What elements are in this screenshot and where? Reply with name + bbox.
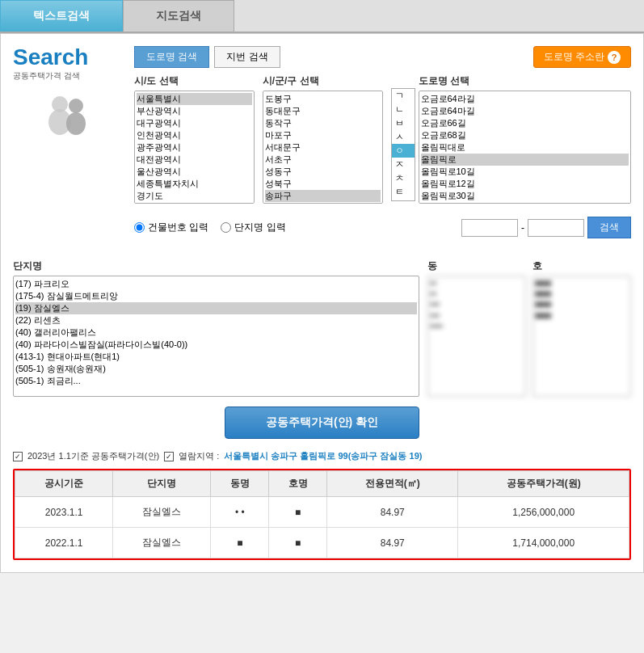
th-dong: 동명	[211, 471, 269, 497]
dong-group: 동 •• •• ••• ••• ••••	[427, 259, 526, 397]
sigungu-select[interactable]: 도봉구 동대문구 동작구 마포구 서대문구 서초구 성동구 성북구 송파구 양천…	[263, 91, 383, 204]
road-select-group: 도로명 선택 오금로64라길 오금로64마길 오금로66길 오금로68길 올림픽…	[419, 74, 632, 204]
table-header-row: 공시기준 단지명 동명 호명 전용면적(㎡) 공동주택가격(원)	[15, 471, 629, 497]
check-icon-2: ✓	[164, 452, 174, 461]
ho-select[interactable]: ■■■ ■■■ ■■■ ■■■	[532, 276, 631, 397]
results-table-wrapper: 공시기준 단지명 동명 호명 전용면적(㎡) 공동주택가격(원) 2023.1.…	[13, 469, 631, 560]
results-table: 공시기준 단지명 동명 호명 전용면적(㎡) 공동주택가격(원) 2023.1.…	[15, 470, 629, 558]
th-price: 공동주택가격(원)	[458, 471, 629, 497]
cell-gongsi-1: 2023.1.1	[15, 497, 113, 528]
building-radio-label: 건물번호 입력	[148, 221, 208, 234]
cell-danji-1: 잠실엘스	[113, 497, 211, 528]
ho-group: 호 ■■■ ■■■ ■■■ ■■■	[532, 259, 631, 397]
alpha-item-g[interactable]: ㄱ	[392, 89, 415, 103]
brand-title: Search	[13, 46, 110, 69]
dong-select[interactable]: •• •• ••• ••• ••••	[427, 276, 526, 397]
building-inputs: - 검색	[461, 217, 631, 238]
th-area: 전용면적(㎡)	[327, 471, 458, 497]
building-radio-group: 건물번호 입력	[134, 221, 208, 234]
complex-row: 단지명 (17) 파크리오 (175-4) 잠실월드메트리앙 (19) 잠실엘스…	[13, 259, 631, 397]
tab-map-search[interactable]: 지도검색	[123, 0, 234, 32]
cell-dong-1: • •	[211, 497, 269, 528]
brand-subtitle: 공동주택가격 검색	[13, 70, 110, 82]
sigungu-group: 시/군/구 선택 도봉구 동대문구 동작구 마포구 서대문구 서초구 성동구 성…	[263, 74, 383, 204]
alpha-item-p[interactable]: ㅍ	[392, 199, 415, 201]
svg-point-3	[66, 112, 86, 135]
building-row: 건물번호 입력 단지명 입력 - 검색	[134, 212, 631, 243]
info-area: 서울특별시 송파구 홀림픽로 99(송파구 잠실동 19)	[224, 450, 422, 462]
road-alpha-group: ㄱ ㄴ ㅂ ㅅ ㅇ ㅈ ㅊ ㅌ ㅍ ㅎ	[391, 74, 415, 204]
jibun-search-btn[interactable]: 지번 검색	[214, 46, 280, 68]
cell-ho-2: ■	[269, 528, 327, 558]
complex-label: 단지명	[13, 259, 419, 273]
complex-list-group: 단지명 (17) 파크리오 (175-4) 잠실월드메트리앙 (19) 잠실엘스…	[13, 259, 419, 397]
ho-label: 호	[532, 259, 631, 273]
building-num1-input[interactable]	[461, 219, 518, 237]
road-select[interactable]: 오금로64라길 오금로64마길 오금로66길 오금로68길 올림픽대로 올림픽로…	[419, 91, 632, 204]
svg-point-2	[69, 99, 83, 113]
th-ho: 호명	[269, 471, 327, 497]
confirm-btn-row: 공동주택가격(안) 확인	[13, 407, 631, 439]
dong-ho-group: 동 •• •• ••• ••• •••• 호 ■■■ ■■■ ■■■ ■■■	[427, 259, 631, 397]
confirm-button[interactable]: 공동주택가격(안) 확인	[225, 407, 419, 439]
sido-label: 시/도 선택	[134, 74, 255, 88]
alpha-item-ch[interactable]: ㅊ	[392, 171, 415, 185]
info-row: ✓ 2023년 1.1기준 공동주택가격(안) ✓ 열람지역 : 서울특별시 송…	[13, 450, 631, 462]
complex-select[interactable]: (17) 파크리오 (175-4) 잠실월드메트리앙 (19) 잠실엘스 (22…	[13, 276, 419, 397]
alpha-item-n[interactable]: ㄴ	[392, 103, 415, 116]
table-row: 2023.1.1 잠실엘스 • • ■ 84.97 1,256,000,000	[15, 497, 629, 528]
info-area-label: 열람지역 :	[179, 450, 219, 462]
road-combined-group: ㄱ ㄴ ㅂ ㅅ ㅇ ㅈ ㅊ ㅌ ㅍ ㅎ 도로명 선택	[391, 74, 632, 204]
sido-group: 시/도 선택 서울특별시 부산광역시 대구광역시 인천광역시 광주광역시 대전광…	[134, 74, 255, 204]
cell-dong-2: ■	[211, 528, 269, 558]
road-alpha-list: ㄱ ㄴ ㅂ ㅅ ㅇ ㅈ ㅊ ㅌ ㅍ ㅎ	[391, 88, 415, 201]
cell-gongsi-2: 2022.1.1	[15, 528, 113, 558]
sido-select[interactable]: 서울특별시 부산광역시 대구광역시 인천광역시 광주광역시 대전광역시 울산광역…	[134, 91, 255, 204]
table-row: 2022.1.1 잠실엘스 ■ ■ 84.97 1,714,000,000	[15, 528, 629, 558]
cell-danji-2: 잠실엘스	[113, 528, 211, 558]
cell-area-2: 84.97	[327, 528, 458, 558]
cell-price-1: 1,256,000,000	[458, 497, 629, 528]
brand: Search 공동주택가격 검색	[13, 46, 110, 82]
danji-radio[interactable]	[221, 222, 231, 233]
building-radio[interactable]	[134, 222, 145, 233]
info-year: 2023년 1.1기준 공동주택가격(안)	[27, 450, 159, 462]
sigungu-label: 시/군/구 선택	[263, 74, 383, 88]
cell-price-2: 1,714,000,000	[458, 528, 629, 558]
dong-label: 동	[427, 259, 526, 273]
tab-text-search[interactable]: 텍스트검색	[0, 0, 123, 32]
selects-row: 시/도 선택 서울특별시 부산광역시 대구광역시 인천광역시 광주광역시 대전광…	[134, 74, 631, 204]
cell-ho-1: ■	[269, 497, 327, 528]
person-icon	[40, 90, 100, 150]
doromyung-search-btn[interactable]: 도로명 검색	[134, 46, 209, 68]
th-danji: 단지명	[113, 471, 211, 497]
danji-radio-group: 단지명 입력	[221, 221, 285, 234]
question-icon: ?	[608, 51, 621, 64]
check-icon-1: ✓	[13, 452, 23, 461]
controls-area: 도로명 검색 지번 검색 도로명 주소란 ? 시/도 선택 서울특별시 부산광역…	[134, 46, 631, 253]
alpha-item-s[interactable]: ㅅ	[392, 130, 415, 144]
building-num2-input[interactable]	[528, 219, 584, 237]
cell-area-1: 84.97	[327, 497, 458, 528]
search-button[interactable]: 검색	[587, 217, 631, 238]
main-content: Search 공동주택가격 검색 도로명 검색 지번 검색	[0, 33, 644, 573]
alpha-item-t[interactable]: ㅌ	[392, 185, 415, 199]
alpha-item-b[interactable]: ㅂ	[392, 116, 415, 130]
road-alpha-label	[391, 74, 415, 86]
danji-radio-label: 단지명 입력	[234, 221, 285, 234]
brand-panel: Search 공동주택가격 검색	[13, 46, 126, 150]
road-label: 도로명 선택	[419, 74, 632, 88]
doromyung-info-btn[interactable]: 도로명 주소란 ?	[533, 46, 631, 68]
th-gongsi: 공시기준	[15, 471, 113, 497]
alpha-item-j[interactable]: ㅈ	[392, 158, 415, 171]
alpha-item-o[interactable]: ㅇ	[392, 144, 415, 158]
tab-bar: 텍스트검색 지도검색	[0, 0, 644, 33]
